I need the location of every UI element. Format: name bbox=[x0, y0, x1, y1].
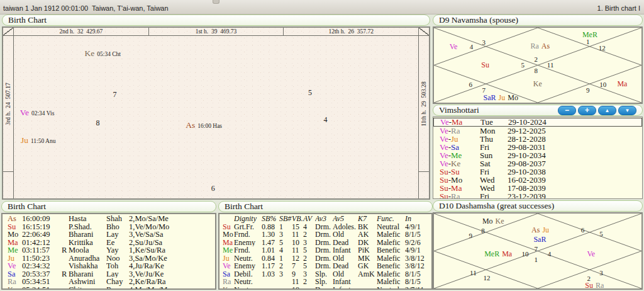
dasha-row-selected[interactable]: Ve-MaTue29-10-2024 bbox=[433, 118, 642, 127]
rashi-number: 11 bbox=[547, 59, 554, 69]
rashi-number: 12 bbox=[599, 42, 606, 52]
column-header: SB# bbox=[279, 215, 292, 223]
panel-title: D10 Dashamsha (great successes) bbox=[439, 201, 554, 211]
table-cell: Sa bbox=[8, 270, 22, 278]
table-cell: 3 bbox=[279, 270, 292, 278]
rashi-number: 3 bbox=[482, 37, 486, 47]
table-cell: Ve bbox=[223, 262, 234, 270]
rashi-number: 1 bbox=[534, 254, 538, 264]
rashi-number: 6 bbox=[581, 224, 585, 234]
chart-planet-label: MoKe bbox=[482, 215, 504, 225]
table-cell: 10 bbox=[292, 239, 303, 247]
dasha-weekday: Tue bbox=[480, 118, 508, 126]
chart-planet-label: Ma bbox=[617, 78, 627, 88]
table-cell: Old bbox=[333, 254, 358, 263]
cusp-strip-right: 11th h. 29 503.2810th h. 32 432.569th h.… bbox=[418, 36, 429, 200]
table-cell: Enemy bbox=[234, 262, 262, 270]
table-cell: Chay bbox=[106, 278, 129, 286]
chart-planet-label: Ke05:34 Cht bbox=[85, 48, 121, 58]
panel-d10-header: D10 Dashamsha (great successes) bbox=[433, 200, 643, 212]
table-cell: Dead bbox=[333, 239, 358, 247]
d9-chart-area[interactable]: MeR3Ve4RaAs112Su5281167SaRJuMoKe910Ma bbox=[433, 26, 643, 104]
table-cell: Bharani bbox=[69, 231, 106, 239]
table-cell: Ashwini bbox=[69, 278, 106, 286]
panel-strengths-table: Birth Chart DignitySB%SB#VB.AVAv3Av5K7Fu… bbox=[218, 201, 433, 290]
table-cell: 01:42:12 bbox=[22, 239, 62, 247]
column-header: Func. bbox=[377, 215, 405, 223]
rashi-number: 8 bbox=[534, 65, 538, 75]
rashi-number: 11 bbox=[470, 267, 477, 277]
table-cell: 8/1/5 bbox=[405, 278, 431, 286]
chart-planet-label: MeRMa bbox=[484, 248, 512, 258]
rashi-number: 5 bbox=[521, 59, 525, 69]
house-cusp-label: 11th h. 29 503.28 bbox=[419, 36, 429, 171]
panel-d9-header: D9 Navamsha (spouse) bbox=[433, 14, 643, 26]
birth-chart-area[interactable]: 2nd h. 32 429.671st h. 39 469.7312th h. … bbox=[2, 26, 430, 200]
table-cell: Dead bbox=[333, 262, 358, 270]
birth-chart-diagram[interactable]: Ke05:34 Cht78Ve02:34 VisJu11:50 AnuAs16:… bbox=[14, 36, 418, 200]
strength-row: MaEnemy1.475103Drm.DeadDKMalefic9/2/6 bbox=[223, 239, 431, 247]
table-cell: 12 bbox=[292, 254, 303, 263]
table-cell: Benefic bbox=[377, 246, 405, 254]
splitter-handle[interactable] bbox=[213, 0, 219, 4]
d10-chart-diagram[interactable]: MoKe98AsJuSaR65MeRMa10714Ve111232SuRa bbox=[434, 214, 641, 288]
table-cell: Lay bbox=[106, 270, 129, 278]
dasha-down-button[interactable]: ▼ bbox=[618, 106, 636, 115]
column-header: VB. bbox=[292, 215, 303, 223]
table-cell: 3,Sa/Mo/Ke bbox=[129, 254, 215, 263]
table-cell: Ma bbox=[223, 239, 234, 247]
table-cell bbox=[62, 278, 69, 286]
rashi-number: 9 bbox=[586, 84, 590, 94]
table-cell: Malefic bbox=[377, 270, 405, 278]
table-cell: 22:06:49 bbox=[22, 231, 62, 239]
table-cell: Bho bbox=[106, 223, 129, 231]
house-cusp-label: 1st h. 39 469.73 bbox=[148, 28, 284, 35]
table-cell: Ju bbox=[223, 254, 234, 263]
table-cell: 11 bbox=[292, 246, 303, 254]
chart-planet-label: Ve bbox=[450, 41, 458, 51]
table-cell bbox=[223, 215, 234, 223]
table-cell: 02:34:32 bbox=[22, 262, 62, 270]
expand-dasha-button[interactable]: + bbox=[578, 106, 596, 115]
table-cell: 4 bbox=[279, 246, 292, 254]
cusp-strip-top: 2nd h. 32 429.671st h. 39 469.7312th h. … bbox=[14, 28, 418, 36]
table-cell: Drm. bbox=[315, 254, 333, 263]
panel-positions-header: Birth Chart bbox=[1, 201, 216, 212]
rashi-number: 4 bbox=[470, 41, 474, 51]
d10-chart-area[interactable]: MoKe98AsJuSaR65MeRMa10714Ve111232SuRa bbox=[433, 212, 643, 290]
table-cell: 3 bbox=[303, 270, 315, 278]
house-cusp-label: 12th h. 26 357.72 bbox=[283, 28, 418, 35]
table-cell bbox=[62, 215, 69, 223]
table-cell bbox=[262, 278, 279, 286]
panel-vimshottari-header: Vimshottari −+▲▼ bbox=[433, 105, 643, 116]
d9-chart-diagram[interactable]: MeR3Ve4RaAs112Su5281167SaRJuMoKe910Ma bbox=[434, 28, 641, 103]
house-cusp-label: 2nd h. 32 429.67 bbox=[14, 28, 148, 35]
table-cell: Krittika bbox=[69, 239, 106, 247]
table-cell: 1.47 bbox=[262, 239, 279, 247]
table-cell: 8/1/5 bbox=[405, 231, 431, 239]
table-cell: 0.84 bbox=[262, 254, 279, 263]
table-cell: Chitra bbox=[69, 286, 106, 290]
rashi-number: 6 bbox=[469, 79, 472, 89]
dasha-up-button[interactable]: ▲ bbox=[598, 106, 616, 115]
chart-planet-label: Ju11:50 Anu bbox=[21, 135, 56, 145]
table-cell: Malefic bbox=[377, 239, 405, 247]
table-cell: 1,Ke/Su/Ra bbox=[129, 246, 215, 254]
rashi-number: 4 bbox=[548, 248, 552, 258]
table-cell: Old bbox=[333, 231, 358, 239]
dasha-row[interactable]: Su-RaFri23-12-2039 bbox=[433, 192, 642, 199]
table-cell: Toh bbox=[106, 262, 129, 270]
panel-vimshottari: Vimshottari −+▲▼ Ve-MaTue29-10-2024Ve-Ra… bbox=[433, 105, 643, 199]
rashi-number: 3 bbox=[599, 267, 603, 277]
table-cell: Ke bbox=[8, 286, 22, 290]
table-cell: Drm. bbox=[315, 246, 333, 254]
rashi-number: 5 bbox=[308, 87, 312, 97]
contract-dasha-button[interactable]: − bbox=[558, 106, 576, 115]
chart-planet-label: Ve bbox=[587, 248, 596, 258]
table-cell: 1.03 bbox=[262, 270, 279, 278]
table-cell bbox=[279, 278, 292, 286]
table-cell: Shah bbox=[106, 215, 129, 223]
table-cell: GK bbox=[358, 262, 377, 270]
chart-planet-label: As16:00 Has bbox=[186, 120, 222, 130]
table-cell: Malefic bbox=[377, 254, 405, 263]
